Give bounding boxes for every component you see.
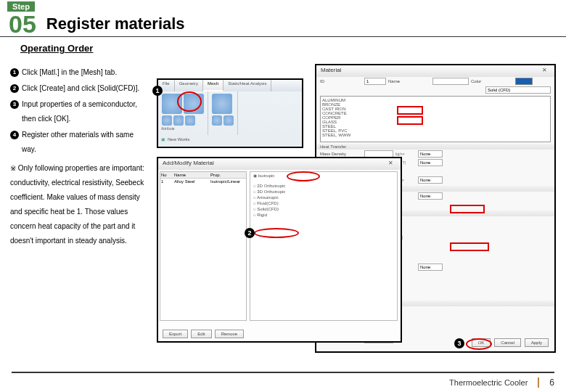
instruction-note: ※ Only following properties are importan…	[10, 161, 149, 248]
close-icon[interactable]: ✕	[385, 160, 396, 168]
color-swatch[interactable]	[515, 78, 533, 85]
footer-rule	[12, 372, 554, 373]
callout-3: 3	[454, 338, 464, 348]
callout-1: 1	[152, 86, 163, 96]
edit-button[interactable]: Edit	[191, 330, 211, 338]
section-heat: Heat Transfer	[316, 144, 554, 150]
prop-combo[interactable]	[418, 264, 443, 271]
footer-page: 6	[549, 377, 554, 388]
highlight-specificheat	[397, 116, 423, 125]
prop-combo[interactable]	[418, 159, 443, 166]
operating-order-heading: Operating Order	[20, 43, 566, 54]
close-icon[interactable]: ✕	[538, 67, 550, 75]
ribbon-button[interactable]	[212, 115, 222, 126]
highlight-seebeck	[450, 242, 489, 251]
highlight-massdensity	[397, 106, 423, 115]
step-header: Step 05 Register materials	[0, 0, 566, 37]
prop-combo[interactable]	[418, 176, 443, 184]
name-label: Name	[388, 79, 430, 83]
prop-combo[interactable]	[418, 150, 443, 158]
type-field[interactable]	[485, 86, 551, 94]
step-number: 05	[7, 12, 38, 36]
prop-combo[interactable]	[418, 192, 443, 200]
export-button[interactable]: Export	[163, 330, 188, 338]
step-bullet-1: 1	[10, 68, 19, 77]
radio-fluidcfd[interactable]: ○ Fluid(CFD)	[250, 200, 397, 206]
material-table[interactable]: No Name Prop. 1 Alloy Steel Isotropic/Li…	[160, 171, 247, 321]
step-bullet-4: 4	[10, 131, 19, 139]
footer-text: Thermoelectric Cooler	[449, 378, 528, 387]
screenshot-ribbon: File Geometry Mesh Static/Heat Analysis …	[157, 78, 303, 148]
highlight-conductivity	[450, 205, 485, 213]
instruction-3: Input properties of a semiconductor, the…	[22, 97, 149, 126]
radio-rigid[interactable]: ○ Rigid	[250, 212, 397, 218]
radio-aniso[interactable]: ○ Anisotropic	[250, 195, 397, 200]
remove-button[interactable]: Remove	[215, 330, 244, 338]
step-bullet-3: 3	[10, 100, 19, 109]
page-footer: Thermoelectric Cooler 6	[0, 377, 566, 388]
ribbon-button[interactable]	[173, 115, 184, 126]
id-label: ID	[320, 79, 362, 83]
ribbon-tab[interactable]: Geometry	[175, 80, 203, 91]
ribbon-tab[interactable]: Static/Heat Analysis	[223, 80, 271, 91]
instruction-2: Click [Create] and click [Solid(CFD)].	[22, 81, 139, 96]
highlight-ok	[466, 338, 492, 350]
panel-title: Material	[321, 67, 341, 75]
footer-separator	[538, 377, 539, 388]
instruction-4: Register other materials with same way.	[22, 128, 149, 157]
screenshot-add-modify: Add/Modify Material ✕ No Name Prop. 1 Al…	[157, 157, 402, 343]
id-field[interactable]	[364, 78, 386, 85]
color-label: Color	[471, 79, 513, 83]
highlight-create	[287, 171, 320, 181]
name-field[interactable]	[432, 78, 469, 85]
cancel-button[interactable]: Cancel	[494, 338, 521, 347]
radio-isotropic[interactable]: ◉ Isotropic	[250, 172, 397, 179]
radio-2d[interactable]: ○ 2D Orthotropic	[250, 183, 397, 189]
step-bullet-2: 2	[10, 84, 19, 93]
tree-root[interactable]: New Works	[168, 137, 190, 142]
ribbon-tab-active[interactable]: Mesh	[203, 80, 223, 91]
instruction-1: Click [Matl.] in the [Mesh] tab.	[22, 65, 117, 80]
radio-3d[interactable]: ○ 3D Orthotropic	[250, 189, 397, 195]
apply-button[interactable]: Apply	[525, 338, 549, 347]
ribbon-button[interactable]	[212, 94, 232, 114]
ribbon-button[interactable]	[223, 115, 234, 126]
step-title: Register materials	[46, 15, 185, 33]
radio-solidcfd[interactable]: ○ Solid(CFD)	[250, 206, 397, 212]
callout-2: 2	[245, 228, 255, 238]
ribbon-button[interactable]	[185, 115, 195, 126]
instructions-column: 1Click [Matl.] in the [Mesh] tab. 2Click…	[10, 65, 149, 248]
prop-label: Mass Density	[320, 152, 362, 156]
dialog-title: Add/Modify Material	[163, 160, 214, 168]
material-library-list[interactable]: ALUMINUMBRONZECAST IRON CONCRETECOPPERGL…	[320, 96, 551, 142]
ribbon-button[interactable]	[162, 115, 172, 126]
highlight-matl	[177, 91, 202, 112]
highlight-solidcfd	[254, 228, 299, 238]
ribbon-group-label: Attribute	[161, 126, 205, 131]
